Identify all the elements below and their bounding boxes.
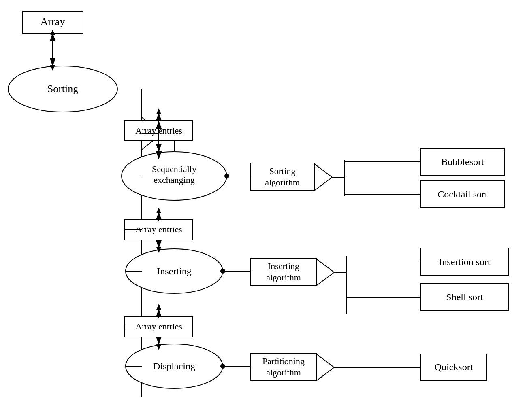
svg-point-30 <box>220 364 225 369</box>
cocktail-sort-label: Cocktail sort <box>437 189 488 199</box>
inserting-algo-triangle <box>316 259 334 286</box>
seq-exchanging-label2: exchanging <box>154 175 194 185</box>
svg-point-12 <box>224 174 229 178</box>
quicksort-label: Quicksort <box>435 362 473 372</box>
partitioning-algo-triangle <box>316 354 334 381</box>
insertion-sort-label: Insertion sort <box>439 257 491 267</box>
svg-marker-40 <box>156 108 161 114</box>
array-entries-3-label: Array entries <box>135 321 182 331</box>
svg-marker-44 <box>156 208 161 213</box>
seq-exchanging-label1: Sequentially <box>152 164 196 174</box>
svg-point-21 <box>220 269 225 274</box>
sorting-label: Sorting <box>47 83 79 95</box>
displacing-label: Displacing <box>153 361 195 371</box>
inserting-algorithm-label2: algorithm <box>266 272 301 282</box>
svg-marker-48 <box>156 304 161 310</box>
partitioning-algorithm-label2: algorithm <box>266 367 301 378</box>
sorting-algorithm-label1: Sorting <box>269 166 296 176</box>
shell-sort-label: Shell sort <box>446 292 483 302</box>
array-entries-2-label: Array entries <box>135 224 182 234</box>
array-label: Array <box>41 16 65 28</box>
inserting-label: Inserting <box>157 266 191 276</box>
bubblesort-label: Bubblesort <box>441 157 484 167</box>
inserting-algorithm-label1: Inserting <box>268 261 299 271</box>
sorting-algo-triangle <box>314 164 332 191</box>
sorting-algorithm-label2: algorithm <box>265 177 300 187</box>
partitioning-algorithm-label1: Partitioning <box>262 356 305 366</box>
